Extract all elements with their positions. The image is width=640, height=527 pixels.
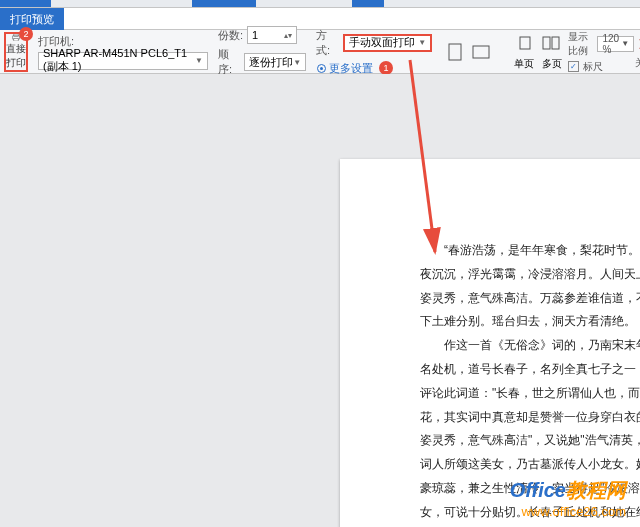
zoom-select[interactable]: 120 % ▼ <box>597 36 634 52</box>
text-line: 词人所颂这美女，乃古墓派传人小龙女。她一 <box>420 453 640 476</box>
mode-value: 手动双面打印 <box>349 35 415 50</box>
multi-page-label: 多页 <box>542 57 562 71</box>
order-value: 逐份打印 <box>249 55 293 70</box>
multi-page-icon[interactable] <box>540 32 562 54</box>
print-mode-select[interactable]: 手动双面打印 ▼ <box>343 34 432 52</box>
chevron-down-icon: ▼ <box>293 58 301 67</box>
ruler-checkbox[interactable]: ✓ <box>568 61 579 72</box>
text-line: 评论此词道："长春，世之所谓仙人也，而词 <box>420 382 640 405</box>
gear-icon <box>316 63 327 74</box>
svg-rect-9 <box>552 37 559 49</box>
svg-rect-5 <box>449 44 461 60</box>
text-line: 名处机，道号长春子，名列全真七子之一，是 <box>420 358 640 381</box>
chevron-down-icon: ▼ <box>195 56 203 65</box>
chevron-down-icon: ▼ <box>621 39 629 48</box>
text-line: 姿灵秀，意气殊高洁"，又说她"浩气清英， <box>420 429 640 452</box>
annotation-badge-2: 2 <box>19 27 33 41</box>
printer-value: SHARP AR-M451N PCL6_T1 (副本 1) <box>43 47 195 74</box>
text-line: 豪琼蕊，兼之生性清冷，实当得起"冷浸溶溶 <box>420 477 640 500</box>
svg-rect-6 <box>473 46 489 58</box>
spinner-icon: ▴▾ <box>284 31 292 40</box>
text-line: 女，可说十分贴切。长春子丘处机和她在终南 <box>420 501 640 524</box>
direct-print-button[interactable]: 2 直接打印 <box>4 32 28 72</box>
text-line: 夜沉沉，浮光霭霭，冷浸溶溶月。人间天上， <box>420 263 640 286</box>
svg-point-4 <box>320 67 323 70</box>
svg-rect-7 <box>520 37 530 49</box>
direct-print-label: 直接打印 <box>6 42 26 70</box>
copies-label: 份数: <box>218 28 243 43</box>
svg-rect-8 <box>543 37 550 49</box>
ruler-label: 标尺 <box>583 60 603 74</box>
mode-label: 方式: <box>316 28 339 58</box>
annotation-badge-1: 1 <box>379 61 393 75</box>
text-line: “春游浩荡，是年年寒食，梨花时节。白 <box>420 239 640 262</box>
ribbon-placeholder <box>0 0 640 8</box>
landscape-icon[interactable] <box>470 41 492 63</box>
text-line: 下土难分别。瑶台归去，洞天方看清绝。 <box>420 310 640 333</box>
order-select[interactable]: 逐份打印 ▼ <box>244 53 306 71</box>
portrait-icon[interactable] <box>444 41 466 63</box>
page-layout-icons <box>444 41 492 63</box>
single-page-label: 单页 <box>514 57 534 71</box>
print-toolbar: 2 直接打印 打印机: SHARP AR-M451N PCL6_T1 (副本 1… <box>0 30 640 74</box>
text-line: 姿灵秀，意气殊高洁。万蕊参差谁信道，不与 <box>420 287 640 310</box>
tab-print-preview[interactable]: 打印预览 <box>0 8 64 30</box>
text-line: 花，其实词中真意却是赞誉一位身穿白衣的美 <box>420 406 640 429</box>
chevron-down-icon: ▼ <box>418 38 426 47</box>
zoom-value: 120 % <box>602 33 621 55</box>
single-page-icon[interactable] <box>514 32 536 54</box>
close-label: 关闭 <box>635 56 640 70</box>
close-button[interactable] <box>634 33 640 55</box>
svg-rect-2 <box>14 38 18 41</box>
text-line: 作这一首《无俗念》词的，乃南宋末年一 <box>420 334 640 357</box>
order-label: 顺序: <box>218 47 240 77</box>
copies-input[interactable]: 1 ▴▾ <box>247 26 297 44</box>
close-group: 关闭 <box>634 33 640 70</box>
copies-value: 1 <box>252 29 258 41</box>
printer-select[interactable]: SHARP AR-M451N PCL6_T1 (副本 1) ▼ <box>38 52 208 70</box>
preview-workspace: “春游浩荡，是年年寒食，梨花时节。白 夜沉沉，浮光霭霭，冷浸溶溶月。人间天上， … <box>0 74 640 527</box>
document-page: “春游浩荡，是年年寒食，梨花时节。白 夜沉沉，浮光霭霭，冷浸溶溶月。人间天上， … <box>340 159 640 527</box>
zoom-label: 显示比例 <box>568 30 593 58</box>
